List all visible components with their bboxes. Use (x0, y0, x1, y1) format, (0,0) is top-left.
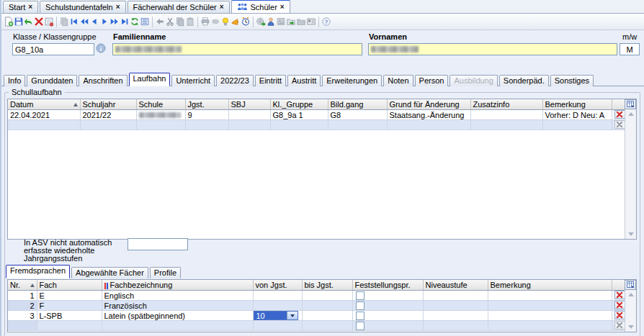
copy-record-icon[interactable] (59, 14, 69, 29)
cell-niveaustufe[interactable] (423, 291, 488, 301)
vertical-scrollbar[interactable] (625, 109, 636, 239)
tab-sonderpaed[interactable]: Sonderpäd. (499, 75, 549, 86)
cell-fachbezeichnung[interactable]: Französisch (102, 301, 253, 311)
close-icon[interactable]: × (116, 4, 120, 11)
print-icon[interactable] (200, 14, 210, 29)
refresh-icon[interactable] (130, 14, 140, 29)
col-bildgang[interactable]: Bild.gang (328, 99, 387, 110)
cell-bis-jgst[interactable] (302, 311, 352, 321)
window-tab-schulstundentafeln[interactable]: Schulstundentafeln × (40, 1, 125, 13)
cell-schule[interactable] (136, 110, 185, 120)
hint-icon[interactable] (220, 14, 231, 29)
col-grund[interactable]: Grund für Änderung (387, 99, 470, 110)
edit-form-icon[interactable] (44, 14, 54, 29)
familienname-input[interactable] (112, 43, 362, 55)
student-icon[interactable] (266, 14, 276, 29)
col-bis-jgst[interactable]: bis Jgst. (302, 280, 352, 291)
cell-fach[interactable]: F (37, 301, 102, 311)
table-row-empty[interactable] (8, 321, 625, 331)
cell-bemerkung[interactable] (488, 291, 612, 301)
cell-fachbezeichnung[interactable]: Latein (spätbeginnend) (102, 311, 253, 321)
mw-input[interactable]: M (620, 43, 640, 55)
info-icon[interactable]: i (96, 43, 106, 53)
vornamen-input[interactable] (368, 43, 617, 55)
cell-schuljahr[interactable]: 2021/22 (80, 110, 136, 120)
delete-row-button[interactable] (614, 301, 625, 309)
col-zusatzinfo[interactable]: Zusatzinfo (470, 99, 542, 110)
close-icon[interactable]: × (280, 4, 285, 11)
window-tab-faecherwahl[interactable]: Fächerwahl der Schüler × (128, 1, 230, 13)
copy-icon[interactable] (175, 14, 185, 29)
delete-row-button[interactable] (614, 311, 625, 319)
cut-icon[interactable] (165, 14, 175, 29)
feststellungspr-checkbox[interactable] (356, 291, 365, 300)
table-row[interactable]: 2 F Französisch (8, 301, 625, 311)
cell-niveaustufe[interactable] (423, 301, 488, 311)
tab-abgewaehlte-faecher[interactable]: Abgewählte Fächer (71, 267, 148, 278)
next-record-icon[interactable] (99, 14, 109, 29)
chevron-down-icon[interactable] (287, 312, 298, 319)
delete-row-button[interactable] (614, 291, 625, 299)
scroll-up-icon[interactable] (628, 293, 634, 296)
undo-icon[interactable] (24, 14, 34, 29)
cell-bis-jgst[interactable] (302, 301, 352, 311)
col-feststellungspr[interactable]: Feststellungspr. (352, 280, 423, 291)
tab-eintritt[interactable]: Eintritt (255, 75, 286, 86)
tab-erweiterungen[interactable]: Erweiterungen (322, 75, 382, 86)
col-fachbezeichnung[interactable]: Fachbezeichnung (102, 280, 253, 291)
tab-anschriften[interactable]: Anschriften (79, 75, 127, 86)
col-sbj[interactable]: SBJ (228, 99, 270, 110)
col-bemerkung[interactable]: Bemerkung (542, 99, 612, 110)
klasse-input[interactable]: G8_10a (12, 43, 94, 55)
paste-icon[interactable] (185, 14, 195, 29)
feststellungspr-checkbox[interactable] (356, 312, 365, 320)
cell-nr[interactable]: 3 (8, 311, 37, 321)
column-config-button[interactable] (625, 99, 636, 109)
table-row[interactable]: 3 L-SPB Latein (spätbeginnend) 10 (8, 311, 625, 321)
first-record-icon[interactable] (69, 14, 79, 29)
cell-bildgang[interactable]: G8 (328, 110, 387, 120)
photo-icon[interactable] (276, 14, 286, 29)
cell-von-jgst[interactable] (253, 291, 302, 301)
close-icon[interactable]: × (220, 4, 224, 11)
help-icon[interactable]: ? (321, 14, 331, 29)
cell-jgst[interactable]: 9 (185, 110, 228, 120)
vertical-scrollbar[interactable] (625, 290, 636, 332)
export-abroad-icon[interactable] (256, 14, 266, 29)
cell-von-jgst[interactable] (253, 301, 302, 311)
cell-zusatzinfo[interactable] (470, 110, 542, 120)
col-von-jgst[interactable]: von Jgst. (253, 280, 302, 291)
archive-folder-icon[interactable] (296, 14, 306, 29)
tab-grunddaten[interactable]: Grunddaten (27, 75, 77, 86)
tab-2022-23[interactable]: 2022/23 (216, 75, 254, 86)
list-view-icon[interactable] (140, 14, 150, 29)
tab-austritt[interactable]: Austritt (287, 75, 321, 86)
tab-sonstiges[interactable]: Sonstiges (550, 75, 594, 86)
cell-grund[interactable]: Staatsang.-Änderung (387, 110, 470, 120)
fast-forward-icon[interactable] (109, 14, 120, 29)
cell-niveaustufe[interactable] (423, 311, 488, 321)
tab-fremdsprachen[interactable]: Fremdsprachen (6, 265, 70, 278)
cell-bemerkung[interactable] (488, 311, 612, 321)
feststellungspr-checkbox[interactable] (356, 301, 365, 310)
cell-bemerkung[interactable] (488, 301, 612, 311)
cell-datum[interactable]: 22.04.2021 (8, 110, 80, 120)
col-jgst[interactable]: Jgst. (185, 99, 228, 110)
window-tab-start[interactable]: Start × (3, 1, 38, 13)
cell-fachbezeichnung[interactable]: Englisch (102, 291, 253, 301)
feststellungspr-checkbox[interactable] (356, 322, 365, 330)
tab-unterricht[interactable]: Unterricht (171, 75, 215, 86)
von-jgst-combobox[interactable]: 10 (254, 311, 298, 320)
import-folder-icon[interactable] (286, 14, 296, 29)
col-bemerkung[interactable]: Bemerkung (488, 280, 612, 291)
close-icon[interactable]: × (28, 4, 32, 11)
id-card-icon[interactable] (306, 14, 316, 29)
col-datum[interactable]: Datum (8, 99, 80, 110)
delete-row-button[interactable] (614, 110, 625, 119)
cell-bis-jgst[interactable] (302, 291, 352, 301)
announcement-icon[interactable] (231, 14, 241, 29)
rewind-icon[interactable] (79, 14, 89, 29)
tab-profile[interactable]: Profile (150, 267, 181, 278)
tab-info[interactable]: Info (4, 75, 25, 86)
col-niveaustufe[interactable]: Niveaustufe (423, 280, 488, 291)
